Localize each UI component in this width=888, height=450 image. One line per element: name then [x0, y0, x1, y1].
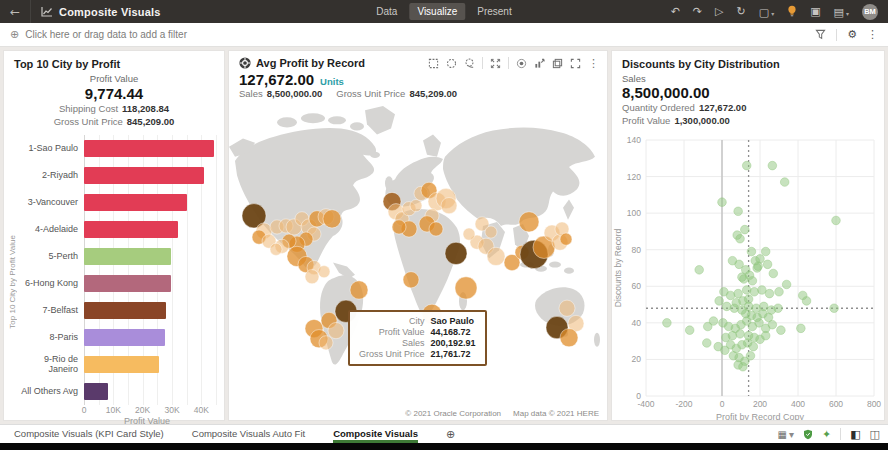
bar-plot-area[interactable]: 1-Sao Paulo2-Riyadh3-Vancouver4-Adelaide…: [18, 135, 220, 405]
scatter-point[interactable]: [736, 234, 745, 243]
bar-9-Rio de Janeiro[interactable]: [84, 356, 159, 373]
add-canvas-icon[interactable]: ⊕: [446, 429, 455, 440]
map-bubble[interactable]: [392, 220, 406, 234]
scatter-point[interactable]: [769, 269, 778, 278]
bar-All Others Avg[interactable]: [84, 383, 108, 400]
map-bubble[interactable]: [519, 212, 539, 232]
scatter-point[interactable]: [830, 304, 839, 313]
scatter-point[interactable]: [768, 161, 777, 170]
add-filter-prompt[interactable]: ⊕ Click here or drag data to add a filte…: [10, 29, 187, 40]
undo-icon[interactable]: ↶: [671, 6, 680, 17]
scatter-point[interactable]: [744, 294, 753, 303]
scatter-point[interactable]: [685, 325, 694, 334]
map-bubble[interactable]: [319, 336, 333, 350]
scatter-point[interactable]: [774, 304, 783, 313]
scatter-point[interactable]: [749, 342, 758, 351]
tab-data[interactable]: Data: [368, 3, 405, 20]
map-bubble[interactable]: [441, 198, 457, 214]
scatter-point[interactable]: [734, 207, 743, 216]
layers-icon[interactable]: [552, 58, 563, 69]
canvas-tab-kpi-card-style[interactable]: Composite Visuals (KPI Card Style): [14, 425, 164, 443]
scatter-point[interactable]: [768, 320, 777, 329]
bar-1-Sao Paulo[interactable]: [84, 140, 214, 157]
zoom-fit-icon[interactable]: [490, 58, 501, 69]
scatter-point[interactable]: [782, 280, 791, 289]
map-bubble[interactable]: [560, 329, 578, 347]
map-bubble[interactable]: [429, 222, 443, 236]
scatter-point[interactable]: [750, 287, 759, 296]
scatter-point[interactable]: [703, 338, 712, 347]
scatter-point[interactable]: [736, 329, 745, 338]
canvas-layout-menu[interactable]: ▦▾: [777, 429, 793, 440]
redo-icon[interactable]: ↷: [693, 6, 702, 17]
notes-menu[interactable]: ▢▾: [759, 6, 774, 18]
collapse-left-panel-icon[interactable]: ◧: [850, 429, 860, 440]
map-bubble[interactable]: [487, 247, 505, 265]
map-bubble[interactable]: [445, 242, 467, 264]
map-bubble[interactable]: [560, 233, 572, 245]
scatter-point[interactable]: [746, 351, 755, 360]
scatter-point[interactable]: [747, 247, 756, 256]
canvas-tab-composite-visuals[interactable]: Composite Visuals: [333, 425, 418, 443]
fullscreen-icon[interactable]: [570, 58, 581, 69]
scatter-point[interactable]: [777, 325, 786, 334]
map-svg[interactable]: [229, 102, 607, 420]
tab-present[interactable]: Present: [469, 3, 519, 20]
map-bubble[interactable]: [410, 200, 422, 212]
avatar[interactable]: BM: [862, 4, 878, 20]
scatter-point[interactable]: [765, 289, 774, 298]
circle-select-icon[interactable]: [446, 58, 457, 69]
scatter-point[interactable]: [761, 247, 770, 256]
scatter-point[interactable]: [695, 265, 704, 274]
scatter-point[interactable]: [763, 260, 772, 269]
scatter-plot-area[interactable]: 020406080100120140-400-2000200400600800P…: [612, 130, 884, 420]
scatter-point[interactable]: [775, 287, 784, 296]
map-bubble[interactable]: [485, 226, 497, 238]
visual-discounts-by-city-distribution[interactable]: Discounts by City Distribution Sales 8,5…: [611, 50, 885, 421]
scatter-point[interactable]: [756, 254, 765, 263]
canvas-tab-auto-fit[interactable]: Composite Visuals Auto Fit: [192, 425, 305, 443]
marquee-select-icon[interactable]: [428, 58, 439, 69]
scatter-point[interactable]: [726, 291, 735, 300]
save-menu[interactable]: ▤▾: [834, 6, 849, 18]
map-bubble[interactable]: [455, 277, 477, 299]
scatter-point[interactable]: [742, 161, 751, 170]
map-bubble[interactable]: [323, 210, 341, 228]
map-bubble[interactable]: [305, 270, 319, 284]
scatter-point[interactable]: [832, 216, 841, 225]
scatter-point[interactable]: [709, 316, 718, 325]
bar-6-Hong Kong[interactable]: [84, 275, 171, 292]
visual-avg-profit-by-record[interactable]: Avg Profit by Record: [228, 50, 608, 421]
scatter-point[interactable]: [797, 324, 806, 333]
export-icon[interactable]: ▣: [810, 6, 820, 17]
map-bubble[interactable]: [559, 300, 575, 316]
preview-play-icon[interactable]: ▷: [715, 6, 723, 17]
auto-insights-sparkle-icon[interactable]: ✦: [822, 429, 831, 440]
scatter-point[interactable]: [802, 296, 811, 305]
scatter-point[interactable]: [722, 302, 731, 311]
map-bubble[interactable]: [350, 281, 368, 299]
bar-2-Riyadh[interactable]: [84, 167, 204, 184]
annotate-icon[interactable]: [534, 58, 545, 69]
map-bubble[interactable]: [270, 243, 282, 255]
collapse-right-panel-icon[interactable]: ◫: [870, 429, 880, 440]
auto-insights-bulb-icon[interactable]: [787, 5, 797, 18]
map-bubble[interactable]: [318, 266, 330, 278]
back-button[interactable]: ←: [0, 0, 31, 23]
bar-4-Adelaide[interactable]: [84, 221, 178, 238]
point-mode-icon[interactable]: [516, 58, 527, 69]
data-quality-shield-icon[interactable]: [803, 429, 813, 440]
kebab-menu-icon[interactable]: ⋮: [588, 58, 599, 69]
scatter-point[interactable]: [741, 225, 750, 234]
bar-3-Vancouver[interactable]: [84, 194, 187, 211]
scatter-point[interactable]: [715, 296, 724, 305]
scatter-point[interactable]: [761, 331, 770, 340]
kebab-menu-icon[interactable]: ⋮: [867, 29, 878, 40]
map-bubble[interactable]: [403, 272, 419, 288]
scatter-point[interactable]: [718, 197, 727, 206]
lasso-select-icon[interactable]: [464, 58, 475, 69]
visual-top10-city-by-profit[interactable]: Top 10 City by Profit Profit Value 9,774…: [3, 50, 225, 421]
bar-5-Perth[interactable]: [84, 248, 171, 265]
scatter-svg[interactable]: 020406080100120140-400-2000200400600800P…: [612, 130, 884, 420]
map-bubble[interactable]: [463, 228, 475, 240]
